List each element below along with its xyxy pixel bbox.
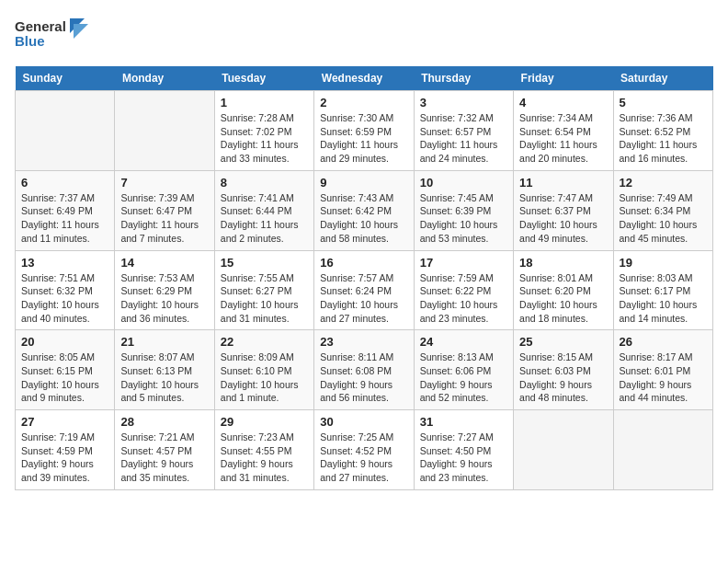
day-number: 28 (120, 415, 208, 429)
col-header-monday: Monday (115, 66, 214, 91)
day-number: 22 (221, 335, 308, 349)
day-info: Sunrise: 8:03 AM Sunset: 6:17 PM Dayligh… (620, 271, 707, 326)
svg-text:Blue: Blue (15, 33, 45, 49)
calendar-header-row: SundayMondayTuesdayWednesdayThursdayFrid… (16, 66, 713, 91)
calendar-table: SundayMondayTuesdayWednesdayThursdayFrid… (15, 66, 713, 490)
day-number: 29 (221, 415, 308, 429)
day-number: 3 (420, 96, 507, 109)
day-info: Sunrise: 8:07 AM Sunset: 6:13 PM Dayligh… (120, 350, 208, 405)
calendar-cell: 23Sunrise: 8:11 AM Sunset: 6:08 PM Dayli… (314, 330, 414, 410)
calendar-cell: 25Sunrise: 8:15 AM Sunset: 6:03 PM Dayli… (514, 330, 613, 410)
day-info: Sunrise: 7:49 AM Sunset: 6:34 PM Dayligh… (620, 191, 707, 246)
calendar-cell: 6Sunrise: 7:37 AM Sunset: 6:49 PM Daylig… (16, 170, 115, 250)
svg-text:General: General (15, 18, 66, 34)
day-number: 7 (120, 176, 208, 190)
calendar-cell: 17Sunrise: 7:59 AM Sunset: 6:22 PM Dayli… (414, 250, 513, 330)
day-info: Sunrise: 7:53 AM Sunset: 6:29 PM Dayligh… (120, 271, 208, 326)
day-number: 9 (320, 176, 407, 190)
day-number: 31 (420, 415, 507, 429)
day-number: 25 (519, 335, 607, 349)
day-info: Sunrise: 7:39 AM Sunset: 6:47 PM Dayligh… (120, 191, 208, 246)
calendar-cell: 26Sunrise: 8:17 AM Sunset: 6:01 PM Dayli… (613, 330, 712, 410)
svg-marker-1 (74, 24, 88, 39)
calendar-cell (16, 91, 115, 171)
calendar-cell: 31Sunrise: 7:27 AM Sunset: 4:50 PM Dayli… (414, 410, 513, 490)
calendar-cell: 19Sunrise: 8:03 AM Sunset: 6:17 PM Dayli… (613, 250, 712, 330)
col-header-thursday: Thursday (414, 66, 513, 91)
calendar-cell (514, 410, 613, 490)
calendar-cell: 2Sunrise: 7:30 AM Sunset: 6:59 PM Daylig… (314, 91, 414, 171)
day-number: 24 (420, 335, 507, 349)
logo: GeneralBlue (15, 15, 88, 55)
calendar-cell: 7Sunrise: 7:39 AM Sunset: 6:47 PM Daylig… (115, 170, 214, 250)
day-number: 14 (120, 256, 208, 270)
day-info: Sunrise: 7:30 AM Sunset: 6:59 PM Dayligh… (320, 111, 407, 166)
day-info: Sunrise: 7:21 AM Sunset: 4:57 PM Dayligh… (120, 431, 208, 485)
calendar-cell: 11Sunrise: 7:47 AM Sunset: 6:37 PM Dayli… (514, 170, 613, 250)
calendar-cell: 27Sunrise: 7:19 AM Sunset: 4:59 PM Dayli… (16, 410, 115, 490)
day-info: Sunrise: 7:32 AM Sunset: 6:57 PM Dayligh… (420, 111, 507, 166)
day-number: 5 (620, 96, 707, 109)
day-number: 8 (221, 176, 308, 190)
day-number: 4 (519, 96, 607, 109)
day-info: Sunrise: 8:05 AM Sunset: 6:15 PM Dayligh… (21, 350, 108, 405)
calendar-cell: 12Sunrise: 7:49 AM Sunset: 6:34 PM Dayli… (613, 170, 712, 250)
calendar-cell: 24Sunrise: 8:13 AM Sunset: 6:06 PM Dayli… (414, 330, 513, 410)
day-info: Sunrise: 7:59 AM Sunset: 6:22 PM Dayligh… (420, 271, 507, 326)
day-number: 20 (21, 335, 108, 349)
day-info: Sunrise: 7:27 AM Sunset: 4:50 PM Dayligh… (420, 431, 507, 485)
day-number: 18 (519, 256, 607, 270)
day-info: Sunrise: 7:51 AM Sunset: 6:32 PM Dayligh… (21, 271, 108, 326)
col-header-friday: Friday (514, 66, 613, 91)
day-info: Sunrise: 7:34 AM Sunset: 6:54 PM Dayligh… (519, 111, 607, 166)
day-info: Sunrise: 8:17 AM Sunset: 6:01 PM Dayligh… (620, 350, 707, 405)
day-number: 19 (620, 256, 707, 270)
day-number: 26 (620, 335, 707, 349)
calendar-cell: 22Sunrise: 8:09 AM Sunset: 6:10 PM Dayli… (214, 330, 313, 410)
calendar-cell (613, 410, 712, 490)
col-header-saturday: Saturday (613, 66, 712, 91)
day-number: 1 (221, 96, 308, 109)
day-info: Sunrise: 8:13 AM Sunset: 6:06 PM Dayligh… (420, 350, 507, 405)
calendar-week-4: 20Sunrise: 8:05 AM Sunset: 6:15 PM Dayli… (16, 330, 713, 410)
calendar-week-1: 1Sunrise: 7:28 AM Sunset: 7:02 PM Daylig… (16, 91, 713, 171)
day-info: Sunrise: 7:47 AM Sunset: 6:37 PM Dayligh… (519, 191, 607, 246)
calendar-cell: 14Sunrise: 7:53 AM Sunset: 6:29 PM Dayli… (115, 250, 214, 330)
day-number: 2 (320, 96, 407, 109)
day-info: Sunrise: 8:01 AM Sunset: 6:20 PM Dayligh… (519, 271, 607, 326)
day-info: Sunrise: 7:55 AM Sunset: 6:27 PM Dayligh… (221, 271, 308, 326)
calendar-cell: 1Sunrise: 7:28 AM Sunset: 7:02 PM Daylig… (214, 91, 313, 171)
day-number: 6 (21, 176, 108, 190)
day-number: 13 (21, 256, 108, 270)
col-header-wednesday: Wednesday (314, 66, 414, 91)
calendar-cell: 30Sunrise: 7:25 AM Sunset: 4:52 PM Dayli… (314, 410, 414, 490)
day-number: 15 (221, 256, 308, 270)
calendar-cell: 13Sunrise: 7:51 AM Sunset: 6:32 PM Dayli… (16, 250, 115, 330)
day-number: 30 (320, 415, 407, 429)
calendar-cell: 16Sunrise: 7:57 AM Sunset: 6:24 PM Dayli… (314, 250, 414, 330)
calendar-cell: 9Sunrise: 7:43 AM Sunset: 6:42 PM Daylig… (314, 170, 414, 250)
day-info: Sunrise: 7:23 AM Sunset: 4:55 PM Dayligh… (221, 431, 308, 485)
calendar-cell: 4Sunrise: 7:34 AM Sunset: 6:54 PM Daylig… (514, 91, 613, 171)
calendar-cell: 3Sunrise: 7:32 AM Sunset: 6:57 PM Daylig… (414, 91, 513, 171)
day-info: Sunrise: 7:41 AM Sunset: 6:44 PM Dayligh… (221, 191, 308, 246)
day-number: 27 (21, 415, 108, 429)
day-info: Sunrise: 7:19 AM Sunset: 4:59 PM Dayligh… (21, 431, 108, 485)
calendar-cell (115, 91, 214, 171)
day-number: 16 (320, 256, 407, 270)
day-info: Sunrise: 8:15 AM Sunset: 6:03 PM Dayligh… (519, 350, 607, 405)
col-header-tuesday: Tuesday (214, 66, 313, 91)
calendar-cell: 21Sunrise: 8:07 AM Sunset: 6:13 PM Dayli… (115, 330, 214, 410)
calendar-cell: 28Sunrise: 7:21 AM Sunset: 4:57 PM Dayli… (115, 410, 214, 490)
day-number: 17 (420, 256, 507, 270)
day-info: Sunrise: 7:25 AM Sunset: 4:52 PM Dayligh… (320, 431, 407, 485)
day-info: Sunrise: 8:09 AM Sunset: 6:10 PM Dayligh… (221, 350, 308, 405)
day-info: Sunrise: 7:57 AM Sunset: 6:24 PM Dayligh… (320, 271, 407, 326)
calendar-week-5: 27Sunrise: 7:19 AM Sunset: 4:59 PM Dayli… (16, 410, 713, 490)
day-info: Sunrise: 7:45 AM Sunset: 6:39 PM Dayligh… (420, 191, 507, 246)
logo-svg: GeneralBlue (15, 15, 88, 55)
calendar-cell: 15Sunrise: 7:55 AM Sunset: 6:27 PM Dayli… (214, 250, 313, 330)
calendar-cell: 18Sunrise: 8:01 AM Sunset: 6:20 PM Dayli… (514, 250, 613, 330)
calendar-week-2: 6Sunrise: 7:37 AM Sunset: 6:49 PM Daylig… (16, 170, 713, 250)
day-number: 11 (519, 176, 607, 190)
